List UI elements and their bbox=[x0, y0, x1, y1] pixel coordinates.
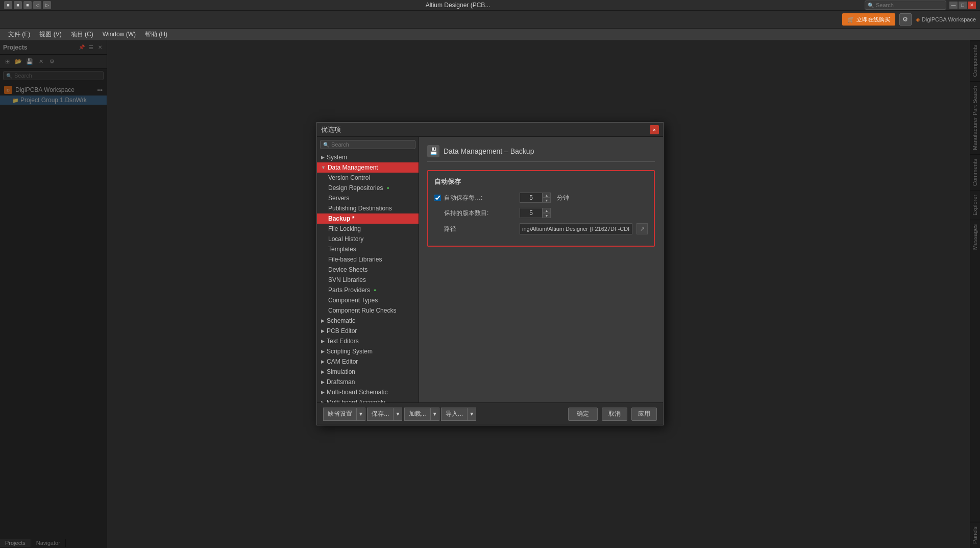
autosave-decrement-button[interactable]: ▼ bbox=[543, 198, 551, 203]
nav-item-servers[interactable]: Servers bbox=[317, 193, 419, 203]
path-input[interactable] bbox=[520, 223, 632, 234]
app-icon-2: ■ bbox=[14, 1, 22, 9]
nav-item-file-locking[interactable]: File Locking bbox=[317, 224, 419, 234]
default-settings-arrow[interactable]: ▼ bbox=[356, 408, 365, 421]
app-icon-1: ■ bbox=[4, 1, 12, 9]
close-button[interactable]: ✕ bbox=[968, 2, 976, 9]
versions-decrement-button[interactable]: ▼ bbox=[543, 213, 551, 218]
top-search-box[interactable]: 🔍 bbox=[865, 1, 946, 10]
nav-label-multiboard-assembly: Multi-board Assembly bbox=[327, 399, 385, 402]
nav-item-svn-libraries[interactable]: SVN Libraries bbox=[317, 275, 419, 285]
top-right-bar: 🛒 立即在线购买 ⚙ ◈ DigiPCBA Workspace bbox=[0, 11, 980, 29]
nav-label-backup: Backup * bbox=[328, 215, 354, 222]
dialog-search-box[interactable]: 🔍 bbox=[320, 140, 415, 149]
apply-button[interactable]: 应用 bbox=[631, 408, 657, 421]
minimize-button[interactable]: — bbox=[949, 2, 958, 9]
nav-arrow-cam-editor: ▶ bbox=[321, 359, 325, 364]
nav-item-simulation[interactable]: ▶ Simulation bbox=[317, 367, 419, 377]
nav-label-schematic: Schematic bbox=[327, 317, 355, 324]
versions-label: 保持的版本数目: bbox=[444, 209, 516, 218]
nav-item-data-management[interactable]: ▼ Data Management bbox=[317, 162, 419, 173]
nav-item-schematic[interactable]: ▶ Schematic bbox=[317, 316, 419, 326]
nav-arrow-pcb-editor: ▶ bbox=[321, 328, 325, 333]
nav-item-device-sheets[interactable]: Device Sheets bbox=[317, 265, 419, 275]
versions-increment-button[interactable]: ▲ bbox=[543, 208, 551, 213]
app-icon-5: ▷ bbox=[43, 1, 51, 9]
menu-view[interactable]: 视图 (V) bbox=[35, 29, 65, 40]
nav-item-multiboard-assembly[interactable]: ▶ Multi-board Assembly bbox=[317, 397, 419, 402]
nav-item-draftsman[interactable]: ▶ Draftsman bbox=[317, 377, 419, 387]
nav-label-parts-providers: Parts Providers bbox=[328, 287, 370, 294]
autosave-label: 自动保存每…: bbox=[444, 194, 516, 202]
nav-item-templates[interactable]: Templates bbox=[317, 244, 419, 254]
nav-label-component-types: Component Types bbox=[328, 297, 378, 304]
nav-item-system[interactable]: ▶ System bbox=[317, 152, 419, 162]
default-settings-button[interactable]: 缺省设置 bbox=[323, 408, 356, 421]
ok-button[interactable]: 确定 bbox=[568, 408, 598, 421]
autosave-checkbox[interactable] bbox=[434, 195, 441, 201]
save-button[interactable]: 保存... bbox=[367, 408, 393, 421]
nav-label-pcb-editor: PCB Editor bbox=[327, 327, 357, 335]
nav-arrow-simulation: ▶ bbox=[321, 369, 325, 374]
autosave-spinbox-buttons: ▲ ▼ bbox=[543, 193, 551, 203]
save-arrow[interactable]: ▼ bbox=[393, 408, 402, 421]
dialog-search-input[interactable] bbox=[331, 141, 412, 148]
versions-value-input[interactable] bbox=[520, 208, 543, 218]
maximize-button[interactable]: □ bbox=[959, 2, 967, 9]
nav-item-file-libraries[interactable]: File-based Libraries bbox=[317, 254, 419, 265]
dialog-nav: 🔍 ▶ System ▼ Data Management bbox=[317, 137, 419, 402]
cancel-button[interactable]: 取消 bbox=[602, 408, 627, 421]
dialog-title: 优选项 bbox=[321, 125, 341, 134]
nav-item-text-editors[interactable]: ▶ Text Editors bbox=[317, 336, 419, 346]
dialog-footer: 缺省设置 ▼ 保存... ▼ 加载... ▼ bbox=[317, 402, 663, 425]
content-header-title: Data Management – Backup bbox=[444, 147, 534, 155]
nav-label-design-repos: Design Repositories bbox=[328, 184, 383, 192]
nav-item-backup[interactable]: Backup * bbox=[317, 213, 419, 224]
nav-item-component-rules[interactable]: Component Rule Checks bbox=[317, 305, 419, 316]
nav-label-multiboard-schematic: Multi-board Schematic bbox=[327, 389, 387, 396]
path-browse-button[interactable]: ↗ bbox=[636, 223, 648, 234]
nav-item-publishing[interactable]: Publishing Destinations bbox=[317, 203, 419, 213]
nav-item-pcb-editor[interactable]: ▶ PCB Editor bbox=[317, 326, 419, 336]
nav-arrow-scripting: ▶ bbox=[321, 349, 325, 354]
menu-project[interactable]: 项目 (C) bbox=[67, 29, 97, 40]
import-button[interactable]: 导入... bbox=[441, 408, 467, 421]
save-dropdown: 保存... ▼ bbox=[367, 408, 402, 421]
nav-item-version-control[interactable]: Version Control bbox=[317, 173, 419, 183]
menu-help[interactable]: 帮助 (H) bbox=[141, 29, 172, 40]
buy-icon: 🛒 bbox=[847, 16, 854, 23]
load-arrow[interactable]: ▼ bbox=[430, 408, 439, 421]
import-arrow[interactable]: ▼ bbox=[467, 408, 476, 421]
app-icon-4: ◁ bbox=[33, 1, 41, 9]
top-search-input[interactable] bbox=[876, 2, 943, 8]
menu-file[interactable]: 文件 (E) bbox=[4, 29, 34, 40]
auto-save-section: 自动保存 自动保存每…: ▲ bbox=[427, 170, 655, 247]
nav-arrow-system: ▶ bbox=[321, 155, 325, 160]
dialog-close-button[interactable]: × bbox=[650, 125, 659, 134]
nav-item-scripting[interactable]: ▶ Scripting System bbox=[317, 346, 419, 356]
autosave-interval-input[interactable] bbox=[520, 193, 543, 203]
path-label: 路径 bbox=[444, 225, 516, 233]
autosave-checkbox-group: 自动保存每…: bbox=[434, 194, 516, 202]
menu-window[interactable]: Window (W) bbox=[99, 30, 140, 39]
nav-item-multiboard-schematic[interactable]: ▶ Multi-board Schematic bbox=[317, 387, 419, 397]
settings-button[interactable]: ⚙ bbox=[899, 13, 912, 26]
preferences-dialog: 优选项 × 🔍 ▶ System bbox=[316, 122, 664, 425]
section-title: 自动保存 bbox=[434, 177, 648, 186]
autosave-increment-button[interactable]: ▲ bbox=[543, 193, 551, 198]
buy-button[interactable]: 🛒 立即在线购买 bbox=[842, 13, 895, 26]
load-dropdown: 加载... ▼ bbox=[404, 408, 439, 421]
parts-providers-badge: ● bbox=[374, 288, 376, 293]
autosave-unit-label: 分钟 bbox=[557, 194, 569, 202]
nav-item-parts-providers[interactable]: Parts Providers ● bbox=[317, 285, 419, 295]
nav-item-component-types[interactable]: Component Types bbox=[317, 295, 419, 305]
nav-item-local-history[interactable]: Local History bbox=[317, 234, 419, 244]
content-header: 💾 Data Management – Backup bbox=[427, 145, 655, 162]
nav-label-component-rules: Component Rule Checks bbox=[328, 307, 396, 314]
design-repos-badge: ● bbox=[386, 185, 389, 190]
nav-label-servers: Servers bbox=[328, 195, 349, 202]
load-button[interactable]: 加载... bbox=[404, 408, 430, 421]
nav-item-design-repos[interactable]: Design Repositories ● bbox=[317, 183, 419, 193]
nav-item-cam-editor[interactable]: ▶ CAM Editor bbox=[317, 356, 419, 367]
dialog-search-icon: 🔍 bbox=[323, 142, 329, 148]
